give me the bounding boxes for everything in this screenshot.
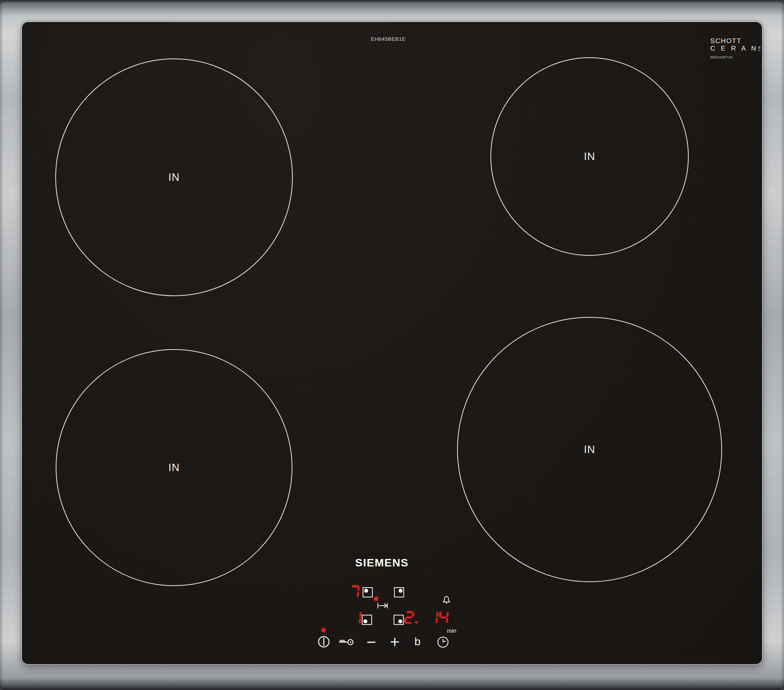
cooking-zone-back-left: IN — [55, 58, 293, 296]
siemens-logo: SIEMENS — [355, 557, 409, 569]
zone-select-key-front-right[interactable] — [394, 615, 404, 625]
zone-induction-label: IN — [169, 171, 180, 184]
registered-mark: ® — [758, 46, 761, 51]
key-icon — [338, 637, 354, 647]
zone-position-dot — [364, 589, 368, 593]
zone-select-key-back-right[interactable] — [394, 587, 404, 597]
child-lock-button[interactable] — [338, 637, 354, 647]
power-icon — [318, 635, 330, 648]
schott-logo-line2: C E R A N® — [710, 44, 760, 52]
plus-glyph: + — [390, 634, 400, 650]
zone-select-key-front-left[interactable] — [362, 615, 372, 625]
schott-logo-line1: SCHOTT — [710, 38, 760, 44]
timer-min-label: min — [447, 627, 456, 634]
model-number: EH645BEB1E — [371, 36, 406, 42]
cooking-zone-front-left: IN — [56, 349, 292, 586]
zone-induction-label: IN — [584, 151, 595, 163]
glass-code: 9001048716 — [710, 55, 760, 59]
clock-icon — [437, 636, 449, 648]
cooking-zone-back-right: IN — [490, 57, 689, 256]
zone-position-dot — [363, 619, 367, 623]
minus-button[interactable]: − — [365, 635, 378, 649]
zone-selected-indicator-dot — [374, 597, 378, 601]
booster-glyph: b — [414, 636, 421, 647]
schott-ceran-logo: SCHOTT C E R A N® 9001048716 — [710, 38, 760, 59]
timer-button[interactable] — [437, 636, 449, 648]
zone-position-dot — [398, 619, 402, 623]
plus-button[interactable]: + — [388, 635, 401, 649]
timer-bell-icon — [442, 595, 451, 605]
zone-position-dot — [399, 589, 403, 593]
zone-induction-label: IN — [169, 462, 180, 474]
power-button[interactable] — [318, 635, 330, 648]
minus-glyph: − — [367, 634, 376, 650]
power-level-display-back-left — [350, 585, 359, 598]
timer-assign-arrow-icon — [377, 602, 388, 610]
power-indicator-dot — [321, 628, 326, 632]
zone-select-key-back-left[interactable] — [363, 587, 373, 597]
zone-induction-label: IN — [584, 444, 595, 456]
booster-button[interactable]: b — [412, 635, 423, 648]
induction-hob: IN IN IN IN EH645BEB1E SCHOTT C E R A N®… — [0, 0, 784, 690]
timer-display — [429, 611, 448, 624]
power-level-display-front-left — [352, 612, 361, 624]
cooking-zone-front-right: IN — [457, 317, 722, 582]
power-level-display-front-right — [405, 611, 417, 624]
